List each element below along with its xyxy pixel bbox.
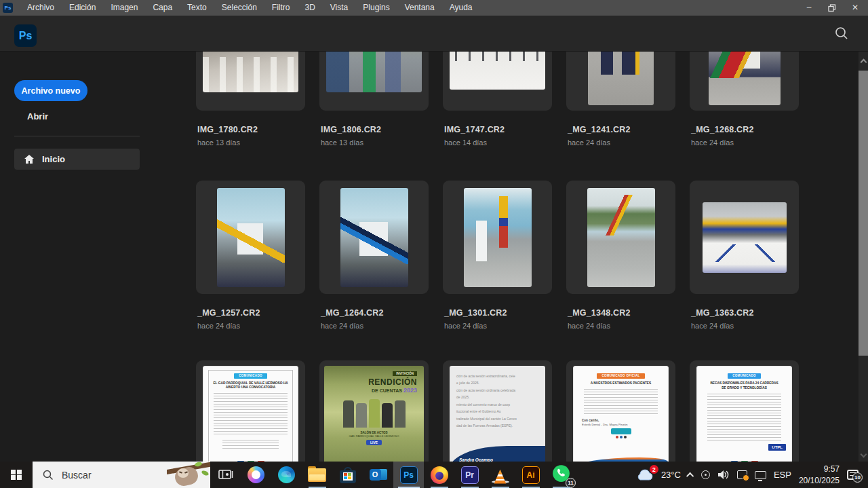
doc-badge: COMUNICADO <box>234 373 267 379</box>
menu-imagen[interactable]: Imagen <box>103 0 145 16</box>
file-card-doc-pacientes[interactable]: COMUNICADO OFICIAL A NUESTROS ESTIMADOS … <box>566 360 675 462</box>
file-card-mg-1257[interactable] <box>196 181 305 294</box>
file-name: IMG_1806.CR2 <box>321 125 429 134</box>
search-highlight-sloth-image[interactable] <box>167 462 210 488</box>
edge-button[interactable] <box>271 462 302 488</box>
file-age: hace 14 días <box>444 138 552 147</box>
file-name: _MG_1257.CR2 <box>197 308 305 318</box>
tray-app-orange-dot-icon[interactable] <box>737 470 747 479</box>
menu-ayuda[interactable]: Ayuda <box>442 0 480 16</box>
thumbnail-doc-acta: ción de acta sesión extraordinaria, cele… <box>450 366 545 462</box>
menu-archivo[interactable]: Archivo <box>20 0 62 16</box>
scrollbar-up-arrow[interactable] <box>860 59 867 66</box>
file-card-mg-1264[interactable] <box>319 181 429 294</box>
thumbnail-mg-1257 <box>217 188 285 287</box>
notification-badge: 10 <box>852 472 863 483</box>
file-cell: _MG_1348.CR2 hace 24 días <box>566 181 675 330</box>
tray-sync-icon[interactable] <box>701 470 710 479</box>
vertical-scrollbar[interactable] <box>859 52 868 462</box>
menu-bar: Ps Archivo Edición Imagen Capa Texto Sel… <box>0 0 868 16</box>
file-card-doc-acta[interactable]: ción de acta sesión extraordinaria, cele… <box>443 360 552 462</box>
file-caption: IMG_1747.CR2 hace 14 días <box>443 125 552 147</box>
taskbar-search-box[interactable]: Buscar <box>33 462 210 488</box>
chevron-up-icon <box>686 472 694 479</box>
sidebar-item-inicio[interactable]: Inicio <box>14 149 140 170</box>
file-card-mg-1301[interactable] <box>443 181 552 294</box>
file-card-mg-1268[interactable] <box>690 51 799 111</box>
weather-badge: 2 <box>650 465 658 474</box>
file-card-img-1806[interactable] <box>319 51 429 111</box>
menu-seleccion[interactable]: Selección <box>214 0 264 16</box>
minimize-button[interactable]: – <box>799 0 819 16</box>
file-card-doc-comunicado-gad[interactable]: COMUNICADO EL GAD PARROQUIAL DE VALLE HE… <box>196 360 305 462</box>
illustrator-button[interactable]: Ai <box>515 462 546 488</box>
microsoft-store-button[interactable] <box>332 462 363 488</box>
scrollbar-thumb[interactable] <box>859 71 868 356</box>
file-card-doc-becas[interactable]: COMUNICADO BECAS DISPONIBLES PARA 24 CAR… <box>690 360 799 462</box>
file-name: _MG_1241.CR2 <box>568 125 675 134</box>
weather-cloud-icon[interactable]: 2 <box>635 468 654 481</box>
task-view-button[interactable] <box>210 462 241 488</box>
file-age: hace 24 días <box>321 322 429 330</box>
search-icon[interactable] <box>834 26 849 41</box>
temperature-label[interactable]: 23°C <box>661 470 681 480</box>
menu-vista[interactable]: Vista <box>323 0 355 16</box>
open-button[interactable]: Abrir <box>27 111 48 121</box>
restore-button[interactable] <box>822 0 842 16</box>
doc-line: itucional entre el Gobierno Au <box>456 408 517 415</box>
hidden-icons-chevron[interactable] <box>688 472 694 478</box>
file-name: _MG_1268.CR2 <box>691 125 799 134</box>
file-age: hace 24 días <box>691 322 799 330</box>
doc-tag: INVITACIÓN <box>393 371 417 376</box>
network-icon[interactable] <box>755 471 766 479</box>
menu-3d[interactable]: 3D <box>297 0 322 16</box>
menu-plugins[interactable]: Plugins <box>355 0 397 16</box>
outlook-button[interactable]: O <box>363 462 393 488</box>
menu-ventana[interactable]: Ventana <box>397 0 442 16</box>
file-card-mg-1363[interactable] <box>690 181 799 294</box>
whatsapp-button[interactable]: 11 <box>546 462 576 488</box>
menu-texto[interactable]: Texto <box>180 0 214 16</box>
scrollbar-down-arrow[interactable] <box>860 451 867 458</box>
file-card-doc-rendicion[interactable]: INVITACIÓN RENDICIÓN DE CUENTAS 2023 SAL… <box>319 360 429 462</box>
menu-edicion[interactable]: Edición <box>62 0 103 16</box>
thumbnail-doc-comunicado: COMUNICADO EL GAD PARROQUIAL DE VALLE HE… <box>203 366 298 462</box>
menu-filtro[interactable]: Filtro <box>264 0 298 16</box>
volume-icon[interactable] <box>717 470 730 480</box>
thumbnail-img-1806 <box>326 51 422 92</box>
close-button[interactable]: ✕ <box>845 0 865 16</box>
doc-live-chip: LIVE <box>366 440 382 445</box>
file-caption: _MG_1264.CR2 hace 24 días <box>319 308 429 330</box>
clock[interactable]: 9:57 20/10/2025 <box>799 464 840 485</box>
edge-icon <box>278 466 295 483</box>
menu-capa[interactable]: Capa <box>145 0 180 16</box>
file-age: hace 24 días <box>568 322 675 330</box>
restore-icon <box>828 4 836 12</box>
file-card-mg-1241[interactable] <box>566 51 675 111</box>
copilot-button[interactable] <box>241 462 271 488</box>
file-age: hace 24 días <box>444 322 552 330</box>
doc-line: ción de acta sesión extraordinaria, cele <box>456 373 517 380</box>
file-name: _MG_1301.CR2 <box>444 308 552 318</box>
doc-closing: Con cariño, <box>582 419 599 422</box>
language-indicator[interactable]: ESP <box>774 470 791 480</box>
new-file-button[interactable]: Archivo nuevo <box>14 80 87 101</box>
windows-logo-icon <box>11 470 22 481</box>
doc-line: ción de acta sesión ordinaria celebrada <box>456 387 517 394</box>
photoshop-button[interactable]: Ps <box>393 462 424 488</box>
notification-center-button[interactable]: 10 <box>847 470 859 480</box>
home-content: Archivo nuevo Abrir Inicio IMG_1780.CR2 … <box>0 51 868 462</box>
start-button[interactable] <box>0 462 33 488</box>
thumbnail-mg-1301 <box>464 188 532 287</box>
vlc-button[interactable] <box>485 462 515 488</box>
file-explorer-button[interactable] <box>302 462 332 488</box>
doc-title: A NUESTROS ESTIMADOS PACIENTES <box>583 381 660 386</box>
file-card-mg-1348[interactable] <box>566 181 675 294</box>
file-cell: INVITACIÓN RENDICIÓN DE CUENTAS 2023 SAL… <box>319 360 429 462</box>
file-card-img-1780[interactable] <box>196 51 305 111</box>
time-label: 9:57 <box>799 464 840 474</box>
firefox-button[interactable] <box>424 462 454 488</box>
doc-utpl-logo: UTPL <box>768 444 786 451</box>
premiere-button[interactable]: Pr <box>454 462 485 488</box>
file-card-img-1747[interactable] <box>443 51 552 111</box>
